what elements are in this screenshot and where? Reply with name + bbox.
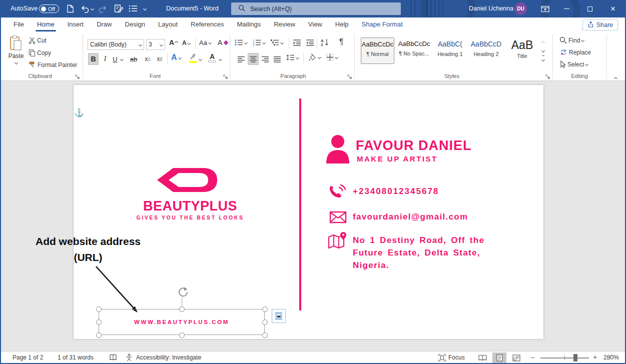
justify-button[interactable] — [272, 53, 283, 65]
zoom-in-button[interactable]: + — [593, 353, 597, 361]
decrease-indent-button[interactable] — [293, 39, 301, 48]
selection-handle-w[interactable] — [96, 320, 102, 325]
styles-scroll-down-button[interactable] — [542, 48, 544, 54]
close-button[interactable]: × — [604, 0, 621, 18]
avatar[interactable]: DU — [514, 2, 527, 15]
highlight-button[interactable] — [189, 53, 197, 63]
list-bullets-icon[interactable] — [129, 4, 138, 14]
selection-handle-ne[interactable] — [262, 306, 268, 312]
autosave-toggle[interactable]: Off — [39, 4, 59, 13]
minimize-button[interactable] — [558, 0, 575, 18]
superscript-button[interactable]: x2 — [154, 53, 165, 65]
redo-button[interactable] — [99, 4, 108, 15]
font-dialog-launcher[interactable] — [223, 74, 228, 79]
shrink-font-button[interactable]: A — [182, 40, 190, 46]
undo-button[interactable] — [80, 4, 89, 15]
beautyplus-logo[interactable] — [155, 166, 219, 194]
format-painter-button[interactable]: Format Painter — [29, 61, 77, 68]
collapse-ribbon-button[interactable] — [614, 74, 617, 81]
print-layout-button[interactable] — [492, 352, 506, 363]
font-size-select[interactable]: 3 — [146, 39, 165, 50]
subscript-button[interactable]: x2 — [142, 53, 153, 65]
styles-scroll-up-button[interactable] — [542, 38, 544, 45]
selection-handle-s[interactable] — [179, 332, 185, 338]
tab-view[interactable]: View — [302, 18, 329, 32]
new-document-icon[interactable] — [67, 4, 74, 15]
selection-handle-n[interactable] — [179, 306, 185, 312]
search-input[interactable]: Search (Alt+Q) — [231, 2, 401, 15]
style-heading1[interactable]: AaBbC( Heading 1 — [433, 38, 467, 64]
customize-qat-icon[interactable] — [143, 7, 147, 10]
font-color-button[interactable]: A — [208, 52, 216, 62]
change-case-button[interactable]: Aa — [199, 39, 211, 46]
style-heading2[interactable]: AaBbCcD Heading 2 — [469, 38, 503, 64]
style-no-spacing[interactable]: AaBbCcDc ¶ No Spac... — [397, 38, 431, 64]
tab-insert[interactable]: Insert — [61, 18, 91, 32]
tab-review[interactable]: Review — [267, 18, 302, 32]
share-button[interactable]: Share — [582, 20, 618, 30]
paste-button[interactable]: Paste — [5, 35, 27, 72]
font-color-dropdown-icon[interactable] — [219, 58, 222, 61]
proofing-icon[interactable] — [109, 354, 117, 363]
grow-font-button[interactable]: A — [169, 38, 178, 46]
shading-button[interactable] — [308, 54, 321, 61]
document-area[interactable]: ⚓ BEAUTYPLUS GIVES YOU THE BEST LOOKS Ad… — [0, 81, 626, 351]
styles-gallery-more-button[interactable] — [542, 56, 544, 64]
multilevel-list-button[interactable] — [271, 39, 283, 46]
align-center-button[interactable] — [248, 53, 259, 65]
read-mode-button[interactable] — [475, 352, 489, 363]
style-normal[interactable]: AaBbCcDc ¶ Normal — [361, 38, 394, 64]
zoom-slider-handle[interactable] — [573, 354, 577, 362]
web-layout-button[interactable] — [509, 352, 523, 363]
italic-button[interactable]: I — [101, 53, 110, 65]
cut-button[interactable]: Cut — [29, 37, 47, 44]
underline-dropdown-icon[interactable] — [120, 58, 124, 61]
clear-formatting-button[interactable]: A — [218, 38, 228, 46]
replace-button[interactable]: Replace — [559, 48, 591, 56]
accessibility-icon[interactable] — [125, 354, 133, 363]
underline-button[interactable]: U — [111, 53, 120, 65]
numbering-button[interactable]: 123 — [253, 39, 265, 46]
text-effects-button[interactable]: A — [171, 53, 181, 62]
zoom-level[interactable]: 280% — [603, 354, 619, 361]
tab-draw[interactable]: Draw — [90, 18, 118, 32]
selection-handle-e[interactable] — [262, 320, 268, 325]
tab-layout[interactable]: Layout — [152, 18, 184, 32]
align-right-button[interactable] — [260, 53, 271, 65]
selection-handle-se[interactable] — [262, 332, 268, 338]
word-count[interactable]: 1 of 31 words — [58, 354, 94, 361]
tab-home[interactable]: Home — [31, 18, 61, 32]
tab-shape-format[interactable]: Shape Format — [355, 18, 409, 32]
align-left-button[interactable] — [236, 53, 247, 65]
tab-help[interactable]: Help — [329, 18, 355, 32]
selection-handle-nw[interactable] — [96, 306, 102, 312]
tab-file[interactable]: File — [7, 18, 31, 32]
sort-button[interactable]: AZ — [321, 38, 330, 48]
line-spacing-button[interactable] — [286, 54, 299, 61]
page-indicator[interactable]: Page 1 of 2 — [13, 354, 43, 361]
journal-pen-icon[interactable] — [114, 4, 124, 15]
highlight-dropdown-icon[interactable] — [199, 58, 202, 61]
ribbon-display-options-button[interactable] — [536, 0, 553, 18]
font-name-select[interactable]: Calibri (Body) — [88, 39, 144, 50]
tab-mailings[interactable]: Mailings — [231, 18, 268, 32]
show-marks-button[interactable]: ¶ — [339, 38, 344, 46]
website-textbox[interactable]: WWW.BEAUTYPLUS.COM — [99, 309, 265, 335]
tab-references[interactable]: References — [184, 18, 230, 32]
tab-design[interactable]: Design — [119, 18, 152, 32]
maximize-button[interactable] — [581, 0, 598, 18]
copy-button[interactable]: Copy — [29, 49, 51, 56]
paragraph-dialog-launcher[interactable] — [347, 74, 352, 79]
undo-dropdown-icon[interactable] — [91, 7, 94, 10]
style-title[interactable]: AaB Title — [505, 38, 539, 64]
layout-options-button[interactable] — [272, 309, 286, 323]
accessibility-status[interactable]: Accessibility: Investigate — [136, 354, 201, 361]
bold-button[interactable]: B — [88, 53, 99, 65]
focus-button[interactable]: Focus — [448, 354, 465, 361]
selection-handle-sw[interactable] — [96, 332, 102, 338]
increase-indent-button[interactable] — [306, 39, 314, 48]
borders-button[interactable] — [326, 54, 338, 61]
clipboard-dialog-launcher[interactable] — [75, 74, 80, 79]
styles-dialog-launcher[interactable] — [545, 74, 550, 79]
bullets-button[interactable] — [235, 39, 247, 46]
